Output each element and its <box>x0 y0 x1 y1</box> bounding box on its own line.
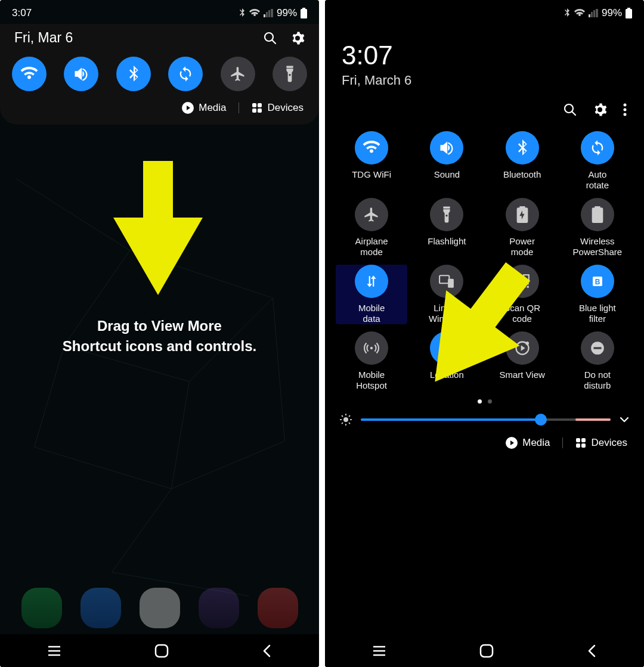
recents-button[interactable] <box>46 645 63 657</box>
home-button[interactable] <box>154 643 169 659</box>
qs-auto-rotate[interactable]: Autorotate <box>562 131 633 191</box>
svg-line-55 <box>342 423 343 424</box>
qs-bluetooth[interactable]: Bluetooth <box>487 131 558 191</box>
svg-line-29 <box>572 111 575 115</box>
devices-icon <box>251 102 263 114</box>
screenshot-left: 3:07 99% Fri, Mar 6 <box>0 0 319 667</box>
wifi-status-icon <box>249 9 260 17</box>
camera-app-icon[interactable] <box>258 588 298 628</box>
media-button[interactable]: Media <box>182 102 226 114</box>
svg-rect-20 <box>252 108 256 113</box>
svg-point-31 <box>624 108 627 111</box>
phone-app-icon[interactable] <box>21 588 62 628</box>
wifi-status-icon <box>574 9 585 17</box>
battery-icon <box>301 8 307 18</box>
qs-label: Sound <box>434 169 460 191</box>
qs-label: Flashlight <box>428 236 466 258</box>
browser-app-icon[interactable] <box>199 588 239 628</box>
brightness-icon <box>339 413 352 426</box>
home-button[interactable] <box>479 643 494 659</box>
powershare-toggle[interactable] <box>581 198 614 231</box>
media-button[interactable]: Media <box>506 437 550 449</box>
qs-label: WirelessPowerShare <box>573 236 623 258</box>
back-button[interactable] <box>586 643 598 659</box>
battery-pct: 99% <box>602 7 622 19</box>
power-mode-toggle[interactable] <box>506 198 539 231</box>
qs-mobile-data[interactable]: Mobiledata <box>336 265 407 324</box>
mobile-data-toggle[interactable] <box>355 265 388 298</box>
svg-rect-18 <box>252 103 256 107</box>
auto-rotate-toggle[interactable] <box>168 57 203 91</box>
airplane-toggle[interactable] <box>355 198 388 231</box>
qs-powershare[interactable]: WirelessPowerShare <box>562 198 633 258</box>
messages-app-icon[interactable] <box>80 588 121 628</box>
sound-toggle[interactable] <box>64 57 98 91</box>
recents-button[interactable] <box>371 645 388 657</box>
mobile-data-icon <box>364 274 379 289</box>
expand-brightness-icon[interactable] <box>619 416 630 423</box>
bluetooth-toggle[interactable] <box>116 57 151 91</box>
airplane-toggle[interactable] <box>221 57 255 91</box>
sound-toggle[interactable] <box>430 131 463 165</box>
devices-button[interactable]: Devices <box>575 437 627 449</box>
brightness-thumb[interactable] <box>535 414 547 426</box>
svg-rect-27 <box>627 8 630 9</box>
more-icon[interactable] <box>623 103 627 117</box>
svg-rect-60 <box>576 443 580 448</box>
notification-panel-collapsed[interactable]: Fri, Mar 6 Media <box>0 24 319 125</box>
bluetooth-status-icon <box>239 8 246 18</box>
bluetooth-status-icon <box>564 8 571 18</box>
devices-icon <box>575 437 587 449</box>
hotspot-toggle[interactable] <box>355 331 388 365</box>
qs-label: TDG WiFi <box>352 169 391 191</box>
svg-rect-61 <box>581 443 586 448</box>
flashlight-toggle[interactable] <box>430 198 463 231</box>
blue-light-toggle[interactable]: B <box>581 265 614 298</box>
search-icon[interactable] <box>563 103 577 117</box>
media-label: Media <box>522 437 550 449</box>
brightness-slider[interactable] <box>361 418 611 421</box>
signal-status-icon <box>589 9 598 17</box>
sound-icon <box>438 140 455 156</box>
panel-header: 3:07 Fri, March 6 <box>325 24 644 97</box>
qs-blue-light[interactable]: BBlue lightfilter <box>562 265 633 324</box>
qs-wifi[interactable]: TDG WiFi <box>336 131 407 191</box>
back-button[interactable] <box>261 643 273 659</box>
qs-airplane[interactable]: Airplanemode <box>336 198 407 258</box>
qs-label: Mobiledata <box>358 303 385 324</box>
nav-bar <box>0 634 319 667</box>
search-icon[interactable] <box>263 31 277 45</box>
svg-point-32 <box>624 113 627 116</box>
page-dot-2[interactable] <box>488 399 492 404</box>
qs-dnd[interactable]: Do notdisturb <box>562 331 633 391</box>
svg-rect-58 <box>576 438 580 442</box>
dnd-toggle[interactable] <box>581 331 614 365</box>
panel-date: Fri, Mar 6 <box>14 30 73 46</box>
svg-rect-26 <box>626 9 632 18</box>
nav-bar <box>325 634 644 667</box>
svg-rect-59 <box>581 438 586 442</box>
annotation-arrow-down <box>107 161 209 298</box>
media-label: Media <box>199 102 226 114</box>
signal-status-icon <box>264 9 273 17</box>
bluetooth-toggle[interactable] <box>506 131 539 165</box>
qs-label: Powermode <box>509 236 535 258</box>
airplane-icon <box>363 206 380 223</box>
qs-sound[interactable]: Sound <box>411 131 482 191</box>
settings-icon[interactable] <box>593 103 607 117</box>
auto-rotate-toggle[interactable] <box>581 131 614 165</box>
play-icon <box>506 437 518 449</box>
hotspot-icon <box>364 340 379 356</box>
svg-point-30 <box>624 104 627 107</box>
settings-icon[interactable] <box>290 31 305 45</box>
svg-rect-25 <box>156 645 168 657</box>
auto-rotate-icon <box>589 139 606 156</box>
devices-button[interactable]: Devices <box>251 102 304 114</box>
wifi-toggle[interactable] <box>355 131 388 165</box>
play-store-app-icon[interactable] <box>140 588 180 628</box>
blue-light-icon: B <box>590 274 605 288</box>
flashlight-toggle[interactable] <box>273 57 307 91</box>
qs-label: Bluetooth <box>503 169 541 191</box>
status-bar: 3:07 99% <box>0 0 319 24</box>
wifi-toggle[interactable] <box>12 57 47 91</box>
